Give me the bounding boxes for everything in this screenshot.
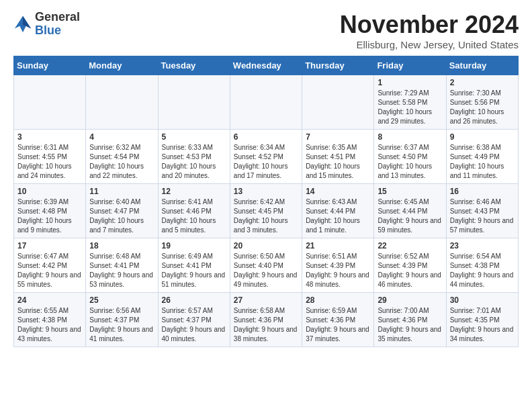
title-block: November 2024 Ellisburg, New Jersey, Uni… xyxy=(340,11,519,50)
day-number: 27 xyxy=(234,295,298,305)
day-number: 5 xyxy=(162,132,226,142)
day-info: Sunrise: 6:37 AMSunset: 4:50 PMDaylight:… xyxy=(378,143,442,181)
day-info: Sunrise: 6:54 AMSunset: 4:38 PMDaylight:… xyxy=(450,252,515,289)
day-info: Sunrise: 7:30 AMSunset: 5:56 PMDaylight:… xyxy=(450,89,515,126)
header-wednesday: Wednesday xyxy=(230,56,302,75)
calendar-cell: 22Sunrise: 6:52 AMSunset: 4:39 PMDayligh… xyxy=(374,238,446,293)
day-number: 26 xyxy=(162,295,226,305)
day-info: Sunrise: 6:57 AMSunset: 4:37 PMDaylight:… xyxy=(162,306,226,344)
day-info: Sunrise: 6:42 AMSunset: 4:45 PMDaylight:… xyxy=(234,197,298,235)
calendar-cell xyxy=(86,75,158,130)
day-number: 10 xyxy=(17,187,82,196)
day-number: 22 xyxy=(378,241,442,250)
calendar-cell: 6Sunrise: 6:34 AMSunset: 4:52 PMDaylight… xyxy=(230,130,302,184)
page-header: General Blue November 2024 Ellisburg, Ne… xyxy=(13,11,519,50)
day-number: 3 xyxy=(17,132,82,142)
day-info: Sunrise: 7:29 AMSunset: 5:58 PMDaylight:… xyxy=(378,89,442,126)
calendar-cell: 20Sunrise: 6:50 AMSunset: 4:40 PMDayligh… xyxy=(230,238,302,293)
day-number: 25 xyxy=(89,295,154,305)
calendar-week-row: 17Sunrise: 6:47 AMSunset: 4:42 PMDayligh… xyxy=(14,238,519,293)
day-number: 24 xyxy=(17,295,82,305)
calendar-cell: 12Sunrise: 6:41 AMSunset: 4:46 PMDayligh… xyxy=(158,184,230,238)
calendar-cell: 28Sunrise: 6:59 AMSunset: 4:36 PMDayligh… xyxy=(302,293,374,347)
day-info: Sunrise: 6:41 AMSunset: 4:46 PMDaylight:… xyxy=(162,197,226,235)
day-number: 19 xyxy=(162,241,226,250)
calendar-cell: 23Sunrise: 6:54 AMSunset: 4:38 PMDayligh… xyxy=(446,238,518,293)
header-saturday: Saturday xyxy=(446,56,518,75)
month-title: November 2024 xyxy=(340,11,519,39)
day-info: Sunrise: 6:35 AMSunset: 4:51 PMDaylight:… xyxy=(306,143,370,181)
calendar-table: SundayMondayTuesdayWednesdayThursdayFrid… xyxy=(13,56,519,347)
logo-bird-icon xyxy=(13,15,32,34)
day-info: Sunrise: 7:00 AMSunset: 4:36 PMDaylight:… xyxy=(378,306,442,344)
calendar-cell: 16Sunrise: 6:46 AMSunset: 4:43 PMDayligh… xyxy=(446,184,518,238)
calendar-cell: 9Sunrise: 6:38 AMSunset: 4:49 PMDaylight… xyxy=(446,130,518,184)
day-number: 29 xyxy=(378,295,442,305)
day-number: 1 xyxy=(378,78,442,87)
day-info: Sunrise: 6:56 AMSunset: 4:37 PMDaylight:… xyxy=(89,306,154,344)
day-number: 12 xyxy=(162,187,226,196)
day-number: 28 xyxy=(306,295,370,305)
calendar-cell: 17Sunrise: 6:47 AMSunset: 4:42 PMDayligh… xyxy=(14,238,86,293)
day-number: 18 xyxy=(89,241,154,250)
calendar-week-row: 24Sunrise: 6:55 AMSunset: 4:38 PMDayligh… xyxy=(14,293,519,347)
calendar-week-row: 1Sunrise: 7:29 AMSunset: 5:58 PMDaylight… xyxy=(14,75,519,130)
day-info: Sunrise: 6:55 AMSunset: 4:38 PMDaylight:… xyxy=(17,306,82,344)
day-info: Sunrise: 6:47 AMSunset: 4:42 PMDaylight:… xyxy=(17,252,82,289)
day-number: 7 xyxy=(306,132,370,142)
calendar-cell: 25Sunrise: 6:56 AMSunset: 4:37 PMDayligh… xyxy=(86,293,158,347)
day-number: 9 xyxy=(450,132,515,142)
day-info: Sunrise: 6:32 AMSunset: 4:54 PMDaylight:… xyxy=(89,143,154,181)
calendar-cell: 19Sunrise: 6:49 AMSunset: 4:41 PMDayligh… xyxy=(158,238,230,293)
day-info: Sunrise: 6:51 AMSunset: 4:39 PMDaylight:… xyxy=(306,252,370,289)
logo-text: General Blue xyxy=(35,11,80,38)
calendar-cell xyxy=(14,75,86,130)
day-info: Sunrise: 6:58 AMSunset: 4:36 PMDaylight:… xyxy=(234,306,298,344)
day-info: Sunrise: 6:46 AMSunset: 4:43 PMDaylight:… xyxy=(450,197,515,235)
calendar-cell: 7Sunrise: 6:35 AMSunset: 4:51 PMDaylight… xyxy=(302,130,374,184)
calendar-cell xyxy=(158,75,230,130)
logo: General Blue xyxy=(13,11,80,38)
calendar-cell: 1Sunrise: 7:29 AMSunset: 5:58 PMDaylight… xyxy=(374,75,446,130)
calendar-cell: 14Sunrise: 6:43 AMSunset: 4:44 PMDayligh… xyxy=(302,184,374,238)
day-info: Sunrise: 6:50 AMSunset: 4:40 PMDaylight:… xyxy=(234,252,298,289)
day-info: Sunrise: 6:39 AMSunset: 4:48 PMDaylight:… xyxy=(17,197,82,235)
day-number: 2 xyxy=(450,78,515,87)
calendar-cell: 26Sunrise: 6:57 AMSunset: 4:37 PMDayligh… xyxy=(158,293,230,347)
header-friday: Friday xyxy=(374,56,446,75)
calendar-cell: 8Sunrise: 6:37 AMSunset: 4:50 PMDaylight… xyxy=(374,130,446,184)
day-info: Sunrise: 6:59 AMSunset: 4:36 PMDaylight:… xyxy=(306,306,370,344)
calendar-cell: 4Sunrise: 6:32 AMSunset: 4:54 PMDaylight… xyxy=(86,130,158,184)
calendar-week-row: 10Sunrise: 6:39 AMSunset: 4:48 PMDayligh… xyxy=(14,184,519,238)
day-number: 13 xyxy=(234,187,298,196)
calendar-cell: 2Sunrise: 7:30 AMSunset: 5:56 PMDaylight… xyxy=(446,75,518,130)
calendar-cell: 13Sunrise: 6:42 AMSunset: 4:45 PMDayligh… xyxy=(230,184,302,238)
day-number: 23 xyxy=(450,241,515,250)
calendar-cell xyxy=(302,75,374,130)
day-number: 8 xyxy=(378,132,442,142)
day-number: 21 xyxy=(306,241,370,250)
calendar-cell: 5Sunrise: 6:33 AMSunset: 4:53 PMDaylight… xyxy=(158,130,230,184)
day-number: 20 xyxy=(234,241,298,250)
calendar-cell: 21Sunrise: 6:51 AMSunset: 4:39 PMDayligh… xyxy=(302,238,374,293)
calendar-cell: 10Sunrise: 6:39 AMSunset: 4:48 PMDayligh… xyxy=(14,184,86,238)
day-info: Sunrise: 6:48 AMSunset: 4:41 PMDaylight:… xyxy=(89,252,154,289)
calendar-cell: 24Sunrise: 6:55 AMSunset: 4:38 PMDayligh… xyxy=(14,293,86,347)
calendar-cell: 15Sunrise: 6:45 AMSunset: 4:44 PMDayligh… xyxy=(374,184,446,238)
header-monday: Monday xyxy=(86,56,158,75)
header-thursday: Thursday xyxy=(302,56,374,75)
header-tuesday: Tuesday xyxy=(158,56,230,75)
calendar-cell: 27Sunrise: 6:58 AMSunset: 4:36 PMDayligh… xyxy=(230,293,302,347)
day-number: 30 xyxy=(450,295,515,305)
calendar-cell: 11Sunrise: 6:40 AMSunset: 4:47 PMDayligh… xyxy=(86,184,158,238)
day-info: Sunrise: 6:40 AMSunset: 4:47 PMDaylight:… xyxy=(89,197,154,235)
calendar-cell: 30Sunrise: 7:01 AMSunset: 4:35 PMDayligh… xyxy=(446,293,518,347)
day-info: Sunrise: 6:43 AMSunset: 4:44 PMDaylight:… xyxy=(306,197,370,235)
day-number: 16 xyxy=(450,187,515,196)
day-info: Sunrise: 7:01 AMSunset: 4:35 PMDaylight:… xyxy=(450,306,515,344)
day-number: 6 xyxy=(234,132,298,142)
calendar-cell xyxy=(230,75,302,130)
day-number: 17 xyxy=(17,241,82,250)
day-info: Sunrise: 6:34 AMSunset: 4:52 PMDaylight:… xyxy=(234,143,298,181)
calendar-cell: 29Sunrise: 7:00 AMSunset: 4:36 PMDayligh… xyxy=(374,293,446,347)
